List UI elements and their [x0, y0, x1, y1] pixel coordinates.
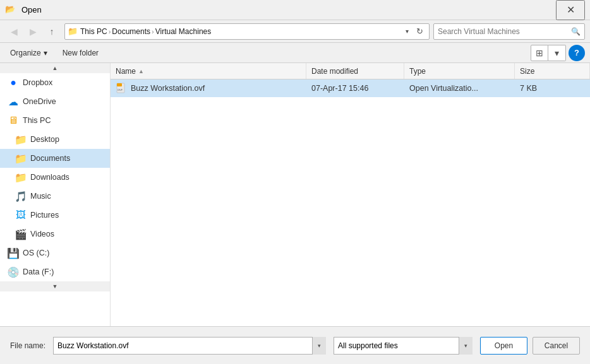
file-date-cell: 07-Apr-17 15:46	[306, 79, 404, 97]
action-buttons: Open Cancel	[480, 337, 580, 355]
window-title: Open	[21, 5, 556, 15]
file-list-area: Name ▲ Date modified Type Size	[111, 63, 590, 326]
pictures-icon: 🖼	[15, 209, 27, 221]
back-button[interactable]: ◀	[5, 23, 23, 40]
sidebar-item-osc[interactable]: 💾 OS (C:)	[0, 244, 110, 262]
column-header-date[interactable]: Date modified	[306, 63, 404, 79]
sidebar-label-music: Music	[30, 192, 51, 201]
sidebar-scroll-down[interactable]: ▼	[0, 281, 110, 291]
sidebar-label-onedrive: OneDrive	[23, 97, 56, 106]
music-icon: 🎵	[15, 191, 27, 202]
file-list: OVF Buzz Workstation.ovf 07-Apr-17 15:46…	[111, 79, 590, 326]
filename-label: File name:	[10, 341, 45, 350]
sidebar-label-documents: Documents	[30, 154, 70, 163]
column-header-type[interactable]: Type	[404, 63, 515, 79]
sidebar: ▲ ● Dropbox ☁ OneDrive 🖥 This PC 📁 Deskt…	[0, 63, 111, 326]
address-folder-icon: 📁	[68, 26, 78, 36]
sidebar-item-dataf[interactable]: 💿 Data (F:)	[0, 262, 110, 281]
videos-icon: 🎬	[15, 228, 27, 240]
drive-f-icon: 💿	[8, 266, 19, 278]
thispc-icon: 🖥	[8, 115, 19, 126]
sidebar-item-music[interactable]: 🎵 Music	[0, 187, 110, 206]
svg-text:OVF: OVF	[117, 88, 123, 91]
downloads-folder-icon: 📁	[15, 172, 27, 183]
sidebar-item-onedrive[interactable]: ☁ OneDrive	[0, 92, 110, 111]
view-grid-button[interactable]: ⊞	[531, 45, 548, 61]
ovf-file-icon: OVF	[116, 83, 127, 94]
sidebar-label-dataf: Data (F:)	[23, 267, 54, 276]
breadcrumb-documents[interactable]: Documents	[112, 27, 150, 36]
sidebar-item-dropbox[interactable]: ● Dropbox	[0, 73, 110, 92]
navigation-toolbar: ◀ ▶ ↑ 📁 This PC › Documents › Virtual Ma…	[0, 20, 590, 43]
sidebar-item-downloads[interactable]: 📁 Downloads	[0, 168, 110, 187]
view-list-dropdown-button[interactable]: ▾	[548, 45, 566, 61]
address-refresh-button[interactable]: ↻	[412, 25, 426, 38]
sidebar-item-videos[interactable]: 🎬 Videos	[0, 225, 110, 244]
filename-dropdown-button[interactable]: ▾	[312, 337, 326, 355]
main-content: ▲ ● Dropbox ☁ OneDrive 🖥 This PC 📁 Deskt…	[0, 63, 590, 326]
sidebar-item-pictures[interactable]: 🖼 Pictures	[0, 206, 110, 225]
organize-button[interactable]: Organize ▾	[5, 45, 52, 61]
view-toggle: ⊞ ▾	[531, 45, 566, 61]
bottom-bar: File name: ▾ All supported files ▾ Open …	[0, 326, 590, 364]
title-bar: 📂 Open ✕	[0, 0, 590, 20]
breadcrumb: This PC › Documents › Virtual Machines	[80, 27, 211, 36]
search-icon: 🔍	[571, 27, 581, 36]
sidebar-label-desktop: Desktop	[30, 135, 59, 144]
breadcrumb-thispc[interactable]: This PC	[80, 27, 107, 36]
desktop-folder-icon: 📁	[15, 134, 27, 145]
organize-arrow: ▾	[44, 49, 47, 57]
sidebar-label-osc: OS (C:)	[23, 249, 49, 257]
up-button[interactable]: ↑	[43, 23, 61, 40]
address-bar: 📁 This PC › Documents › Virtual Machines…	[64, 23, 430, 40]
organize-label: Organize	[10, 49, 41, 57]
file-type-cell: Open Virtualizatio...	[404, 79, 515, 97]
sidebar-label-pictures: Pictures	[30, 211, 59, 220]
help-button[interactable]: ?	[569, 45, 585, 61]
filename-input[interactable]	[53, 337, 326, 355]
new-folder-button[interactable]: New folder	[57, 45, 104, 61]
forward-button[interactable]: ▶	[24, 23, 42, 40]
sidebar-item-desktop[interactable]: 📁 Desktop	[0, 130, 110, 149]
documents-folder-icon: 📁	[15, 153, 27, 164]
dropbox-icon: ●	[8, 77, 19, 88]
sidebar-label-videos: Videos	[30, 230, 54, 238]
app-icon: 📂	[5, 4, 16, 16]
file-size-cell: 7 KB	[515, 79, 590, 97]
sidebar-scroll-up[interactable]: ▲	[0, 63, 110, 73]
new-folder-label: New folder	[63, 49, 99, 57]
column-header-size[interactable]: Size	[515, 63, 590, 79]
sidebar-item-documents[interactable]: 📁 Documents	[0, 149, 110, 168]
sort-arrow-up: ▲	[138, 68, 144, 74]
sidebar-label-downloads: Downloads	[30, 173, 69, 182]
sidebar-label-dropbox: Dropbox	[23, 78, 52, 87]
cancel-button[interactable]: Cancel	[533, 337, 580, 355]
onedrive-icon: ☁	[8, 96, 19, 107]
drive-c-icon: 💾	[8, 247, 19, 259]
filename-input-wrap: ▾	[53, 337, 326, 355]
file-name-cell: OVF Buzz Workstation.ovf	[111, 79, 306, 97]
file-list-header: Name ▲ Date modified Type Size	[111, 63, 590, 79]
search-input[interactable]	[438, 27, 569, 36]
close-button[interactable]: ✕	[556, 0, 585, 20]
commands-toolbar: Organize ▾ New folder ⊞ ▾ ?	[0, 43, 590, 63]
breadcrumb-virtual-machines[interactable]: Virtual Machines	[155, 27, 212, 36]
open-button[interactable]: Open	[480, 337, 527, 355]
filetype-select[interactable]: All supported files	[334, 337, 473, 355]
sidebar-label-thispc: This PC	[23, 116, 51, 125]
svg-rect-1	[117, 83, 122, 86]
table-row[interactable]: OVF Buzz Workstation.ovf 07-Apr-17 15:46…	[111, 79, 590, 97]
address-dropdown-button[interactable]: ▾	[404, 28, 410, 35]
filetype-select-wrap: All supported files ▾	[334, 337, 473, 355]
toolbar2-right: ⊞ ▾ ?	[531, 45, 585, 61]
search-bar: 🔍	[433, 23, 585, 40]
sidebar-item-thispc[interactable]: 🖥 This PC	[0, 111, 110, 130]
column-header-name[interactable]: Name ▲	[111, 63, 306, 79]
